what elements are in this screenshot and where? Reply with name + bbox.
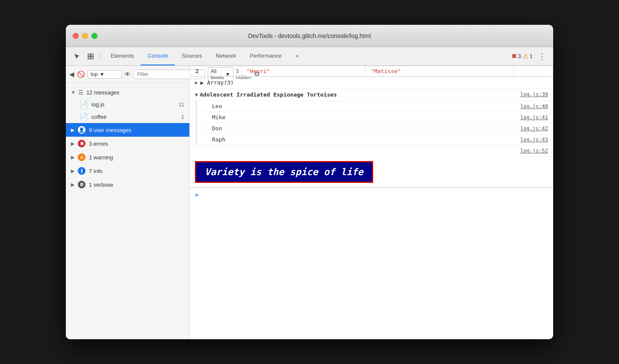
errors-arrow: ▶ — [71, 141, 74, 147]
tab-console[interactable]: Console — [141, 47, 175, 65]
sidebar-item-verbose[interactable]: ▶ ⚙ 1 verbose — [66, 178, 189, 191]
sub-item-don: Don — [212, 125, 222, 132]
messages-count: 12 messages — [86, 89, 119, 96]
sidebar-item-warning[interactable]: ▶ ⚠ 1 warning — [66, 150, 189, 164]
close-button[interactable] — [73, 33, 79, 39]
warning-icon: ⚠ — [522, 52, 528, 60]
cursor-icon[interactable] — [71, 50, 83, 62]
svg-rect-3 — [91, 57, 93, 59]
tab-network[interactable]: Network — [209, 47, 243, 65]
errors-label: 3 errors — [89, 141, 108, 147]
minimize-button[interactable] — [82, 33, 88, 39]
context-label: top — [91, 71, 98, 77]
sub-item-raph: Raph — [212, 136, 225, 143]
traffic-lights — [73, 33, 97, 39]
warning-label: 1 warning — [89, 154, 113, 161]
window-title: DevTools - devtools.glitch.me/console/lo… — [248, 32, 371, 39]
tab-performance[interactable]: Performance — [243, 47, 288, 65]
svg-rect-2 — [91, 54, 93, 56]
main-panel: 2 "Henri" "Matisse" ▶ ▶ Array(3) ▼ — [190, 66, 553, 339]
sidebar-item-info[interactable]: ▶ ℹ 7 info — [66, 164, 189, 178]
messages-arrow-icon: ▼ — [71, 90, 76, 95]
warning-badge-icon: ⚠ — [78, 153, 85, 161]
table-row: 2 "Henri" "Matisse" — [190, 66, 553, 76]
info-badge-icon: ℹ — [78, 167, 85, 175]
tab-more[interactable]: » — [289, 47, 305, 65]
styled-output: Variety is the spice of life — [190, 157, 553, 188]
error-icon: ✖ — [511, 52, 517, 60]
file-name: coffee — [91, 114, 106, 120]
sub-item-mike: Mike — [212, 114, 225, 120]
more-menu-button[interactable]: ⋮ — [536, 50, 548, 63]
table-cell-henri: "Henri" — [241, 66, 366, 76]
file-count: 11 — [179, 102, 184, 108]
tab-sources[interactable]: Sources — [175, 47, 209, 65]
devtools-window: DevTools - devtools.glitch.me/console/lo… — [66, 25, 553, 339]
error-badge: ✖ 3 ⚠ 1 — [511, 52, 533, 60]
table-cell-index: 2 — [190, 66, 242, 76]
sub-row-leo: Leo log.js:40 — [196, 101, 553, 112]
file-icon: 📄 — [80, 113, 88, 121]
file-item-logjs[interactable]: 📄 log.js 11 — [66, 98, 189, 111]
clear-console-icon[interactable]: 🚫 — [77, 69, 85, 80]
devtools-body: ◀ 🚫 top ▼ 👁 All levels ▼ 3 hidden ⚙ — [66, 66, 553, 339]
sidebar-back-icon[interactable]: ◀ — [69, 69, 74, 80]
console-input-row: > — [190, 188, 553, 202]
sidebar-content: ▼ ☰ 12 messages 📄 log.js 11 📄 coffee 1 — [66, 83, 189, 339]
inspect-icon[interactable] — [85, 50, 97, 62]
array-row[interactable]: ▶ ▶ Array(3) — [190, 77, 553, 89]
warning-arrow: ▶ — [71, 155, 74, 160]
sidebar-toolbar: ◀ 🚫 top ▼ 👁 All levels ▼ 3 hidden ⚙ — [66, 66, 189, 83]
group-expand-row: ▼ Adolescent Irradiated Espionage Tortoi… — [190, 89, 553, 101]
console-content: 2 "Henri" "Matisse" ▶ ▶ Array(3) ▼ — [190, 66, 553, 339]
styled-console-text: Variety is the spice of life — [195, 161, 373, 183]
console-table-container: 2 "Henri" "Matisse" — [190, 66, 553, 77]
svg-rect-1 — [88, 57, 90, 59]
messages-header[interactable]: ▼ ☰ 12 messages — [66, 86, 189, 98]
eye-icon[interactable]: 👁 — [124, 69, 131, 80]
titlebar: DevTools - devtools.glitch.me/console/lo… — [66, 25, 553, 47]
user-messages-label: 9 user messages — [89, 127, 131, 133]
warning-count: 1 — [530, 53, 533, 59]
context-selector[interactable]: top ▼ — [88, 70, 122, 79]
file-icon: 📄 — [80, 100, 88, 109]
error-count: 3 — [518, 53, 521, 59]
sub-file-leo[interactable]: log.js:40 — [520, 103, 548, 109]
array-label: ▶ Array(3) — [200, 79, 234, 86]
verbose-arrow: ▶ — [71, 182, 74, 188]
sub-file-mike[interactable]: log.js:41 — [520, 114, 548, 120]
tabs: Elements Console Sources Network Perform… — [104, 47, 510, 65]
tab-elements[interactable]: Elements — [104, 47, 141, 65]
console-input-field[interactable] — [202, 192, 548, 198]
tab-bar: Elements Console Sources Network Perform… — [66, 47, 553, 66]
user-messages-arrow: ▶ — [71, 127, 74, 133]
verbose-label: 1 verbose — [89, 182, 113, 188]
list-icon: ☰ — [78, 89, 84, 96]
file-item-coffee[interactable]: 📄 coffee 1 — [66, 111, 189, 123]
console-prompt-icon: > — [195, 191, 198, 198]
group-label-text: Adolescent Irradiated Espionage Tortoise… — [200, 91, 337, 98]
file-name: log.js — [91, 101, 104, 108]
context-dropdown-icon: ▼ — [100, 71, 105, 77]
sub-file-raph[interactable]: log.js:43 — [520, 137, 548, 143]
svg-rect-0 — [88, 54, 90, 56]
console-table: 2 "Henri" "Matisse" — [190, 66, 553, 76]
table-cell-matisse: "Matisse" — [366, 66, 514, 76]
group-file-link[interactable]: log.js:39 — [520, 91, 548, 97]
sidebar-item-user-messages[interactable]: ▶ 👤 9 user messages — [66, 123, 189, 137]
info-arrow: ▶ — [71, 168, 74, 174]
table-cell-empty — [514, 66, 553, 76]
user-icon: 👤 — [78, 126, 85, 134]
group-toggle-icon[interactable]: ▼ — [195, 92, 198, 98]
sub-item-leo: Leo — [212, 103, 222, 109]
last-file-link[interactable]: log.js:52 — [520, 148, 548, 154]
array-expand-icon: ▶ — [195, 80, 198, 85]
maximize-button[interactable] — [91, 33, 97, 39]
sidebar: ◀ 🚫 top ▼ 👁 All levels ▼ 3 hidden ⚙ — [66, 66, 190, 339]
sidebar-item-errors[interactable]: ▶ ✖ 3 errors — [66, 137, 189, 150]
sub-row-mike: Mike log.js:41 — [196, 112, 553, 123]
toolbar-right: ✖ 3 ⚠ 1 ⋮ — [511, 50, 548, 63]
last-file-row: log.js:52 — [190, 145, 553, 157]
sub-row-don: Don log.js:42 — [196, 123, 553, 134]
sub-file-don[interactable]: log.js:42 — [520, 126, 548, 132]
